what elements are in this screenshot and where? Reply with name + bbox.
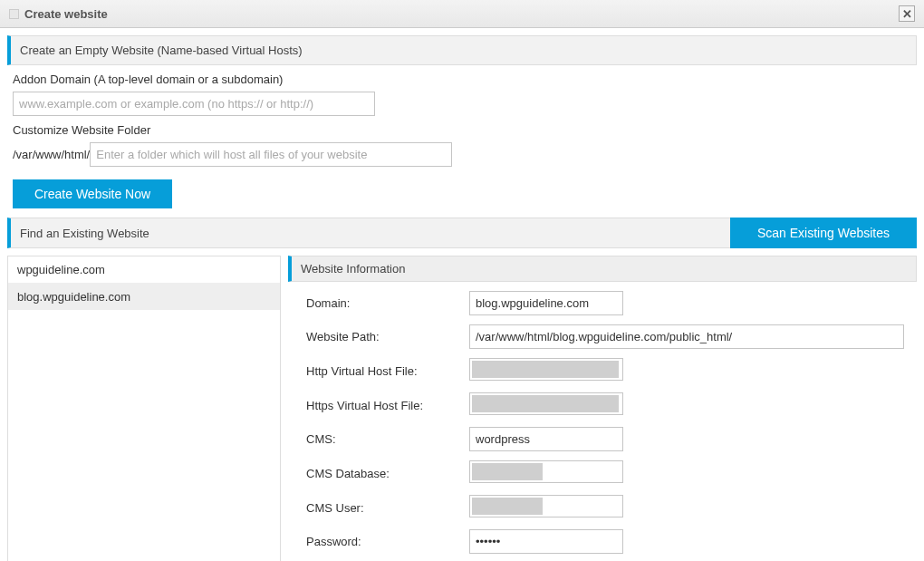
section-create-title: Create an Empty Website (Name-based Virt… bbox=[20, 44, 303, 57]
list-item-label: wpguideline.com bbox=[17, 263, 105, 276]
close-button[interactable]: ✕ bbox=[899, 5, 915, 22]
list-item[interactable]: wpguideline.com bbox=[8, 256, 280, 284]
https-input[interactable] bbox=[469, 392, 623, 415]
row-http: Http Virtual Host File: bbox=[306, 358, 917, 383]
customize-folder-label: Customize Website Folder bbox=[13, 123, 917, 137]
list-item-label: blog.wpguideline.com bbox=[17, 290, 130, 304]
section-find-existing: Find an Existing Website Scan Existing W… bbox=[7, 218, 917, 248]
dialog-title: Create website bbox=[24, 7, 108, 21]
addon-domain-label: Addon Domain (A top-level domain or a su… bbox=[13, 73, 917, 86]
addon-domain-group: Addon Domain (A top-level domain or a su… bbox=[13, 73, 917, 116]
addon-domain-input[interactable] bbox=[13, 92, 375, 116]
row-cmsuser: CMS User: bbox=[306, 495, 917, 520]
row-password: Password: bbox=[306, 529, 917, 554]
row-cms: CMS: bbox=[306, 427, 917, 451]
row-path: Website Path: bbox=[306, 324, 917, 349]
cmsdb-input[interactable] bbox=[469, 460, 623, 483]
row-cmsdb: CMS Database: bbox=[306, 460, 917, 486]
website-info-header: Website Information bbox=[288, 256, 917, 282]
window-icon bbox=[9, 9, 19, 19]
cms-label: CMS: bbox=[306, 432, 469, 446]
section-find-title: Find an Existing Website bbox=[20, 227, 149, 240]
password-label: Password: bbox=[306, 535, 469, 548]
http-input[interactable] bbox=[469, 358, 623, 381]
password-input[interactable] bbox=[469, 529, 623, 554]
scan-existing-button[interactable]: Scan Existing Websites bbox=[730, 218, 917, 248]
two-column-layout: wpguideline.com blog.wpguideline.com Web… bbox=[7, 256, 917, 561]
customize-folder-group: Customize Website Folder /var/www/html/ bbox=[13, 123, 917, 167]
dialog-body: Create an Empty Website (Name-based Virt… bbox=[0, 28, 924, 561]
domain-input[interactable] bbox=[469, 291, 623, 315]
create-website-button[interactable]: Create Website Now bbox=[13, 179, 172, 208]
row-https: Https Virtual Host File: bbox=[306, 392, 917, 418]
section-create-empty: Create an Empty Website (Name-based Virt… bbox=[7, 35, 917, 65]
websites-list: wpguideline.com blog.wpguideline.com bbox=[7, 256, 281, 561]
website-info-panel: Website Information Domain: Website Path… bbox=[288, 256, 917, 561]
cmsuser-input[interactable] bbox=[469, 495, 623, 517]
dialog-header: Create website ✕ bbox=[0, 0, 924, 28]
list-item[interactable]: blog.wpguideline.com bbox=[8, 284, 280, 310]
http-label: Http Virtual Host File: bbox=[306, 364, 469, 378]
folder-input[interactable] bbox=[90, 142, 452, 167]
dialog-title-wrap: Create website bbox=[9, 7, 108, 21]
domain-label: Domain: bbox=[306, 296, 469, 310]
row-domain: Domain: bbox=[306, 291, 917, 315]
path-label: Website Path: bbox=[306, 330, 469, 343]
cmsuser-label: CMS User: bbox=[306, 501, 469, 515]
https-label: Https Virtual Host File: bbox=[306, 399, 469, 412]
cmsdb-label: CMS Database: bbox=[306, 467, 469, 480]
cms-input[interactable] bbox=[469, 427, 623, 451]
path-input[interactable] bbox=[469, 324, 904, 349]
folder-prefix: /var/www/html/ bbox=[13, 148, 90, 161]
create-button-wrap: Create Website Now bbox=[13, 179, 917, 208]
close-icon: ✕ bbox=[902, 7, 912, 21]
